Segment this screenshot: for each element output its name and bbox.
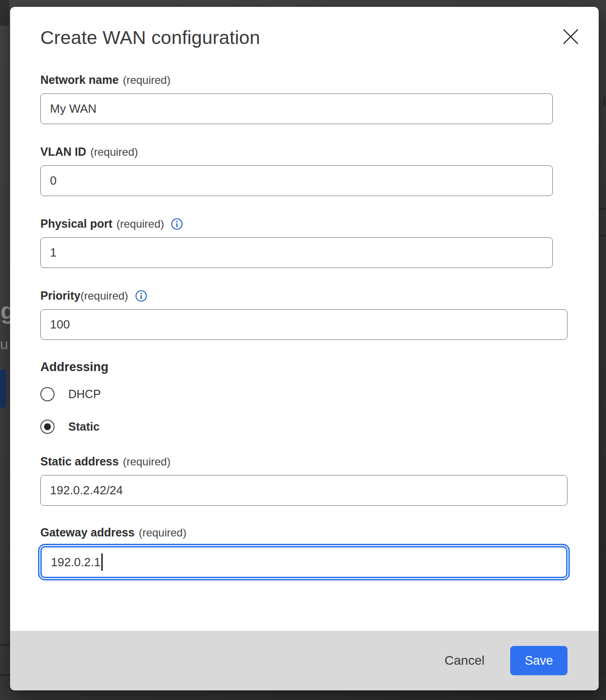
page-title: Create WAN configuration <box>40 27 578 49</box>
addressing-option-static[interactable]: Static <box>40 420 578 434</box>
vlan-id-field-group: VLAN ID (required) <box>40 145 578 196</box>
background-corner-patch <box>0 0 9 26</box>
static-address-field-group: Static address (required) <box>40 455 578 506</box>
static-address-label: Static address (required) <box>40 455 578 468</box>
vlan-id-input[interactable] <box>40 165 553 196</box>
physical-port-field-group: Physical port (required) <box>40 217 578 268</box>
addressing-option-dhcp[interactable]: DHCP <box>40 387 578 401</box>
gateway-address-field-group: Gateway address (required) 192.0.2.1 <box>40 526 578 578</box>
physical-port-label: Physical port (required) <box>40 217 578 230</box>
background-row-divider <box>0 644 10 645</box>
background-row-divider <box>598 235 606 236</box>
physical-port-input[interactable] <box>40 237 553 268</box>
background-text-fragment: u <box>0 336 8 353</box>
required-hint: (required) <box>81 290 128 302</box>
create-wan-configuration-dialog: Create WAN configuration Network name (r… <box>10 7 599 690</box>
info-icon[interactable] <box>171 218 183 230</box>
gateway-address-value: 192.0.2.1 <box>51 555 100 569</box>
radio-unselected-icon[interactable] <box>40 387 55 401</box>
cancel-button[interactable]: Cancel <box>442 649 487 673</box>
required-hint: (required) <box>116 218 164 230</box>
required-hint: (required) <box>139 526 187 539</box>
text-cursor <box>101 553 103 571</box>
radio-selected-icon[interactable] <box>40 420 55 434</box>
required-hint: (required) <box>123 74 171 87</box>
required-hint: (required) <box>123 455 171 468</box>
radio-label: Static <box>68 420 99 433</box>
background-row-divider <box>598 208 606 210</box>
info-icon[interactable] <box>135 290 147 302</box>
gateway-address-input[interactable]: 192.0.2.1 <box>40 546 567 578</box>
addressing-heading: Addressing <box>40 360 578 374</box>
network-name-field-group: Network name (required) <box>40 73 578 124</box>
background-row-divider <box>0 674 10 676</box>
dialog-body: Create WAN configuration Network name (r… <box>10 7 599 631</box>
priority-label: Priority (required) <box>40 289 578 302</box>
dialog-footer: Cancel Save <box>10 631 599 690</box>
priority-field-group: Priority (required) <box>40 289 578 340</box>
static-address-input[interactable] <box>40 475 567 506</box>
save-button[interactable]: Save <box>510 646 567 675</box>
background-button-fragment <box>0 369 6 408</box>
radio-label: DHCP <box>68 388 101 401</box>
vlan-id-label: VLAN ID (required) <box>40 145 578 159</box>
required-hint: (required) <box>90 146 138 159</box>
network-name-input[interactable] <box>40 93 553 124</box>
priority-input[interactable] <box>40 309 567 340</box>
gateway-address-label: Gateway address (required) <box>40 526 578 539</box>
background-row-divider <box>599 673 606 674</box>
network-name-label: Network name (required) <box>40 73 578 87</box>
